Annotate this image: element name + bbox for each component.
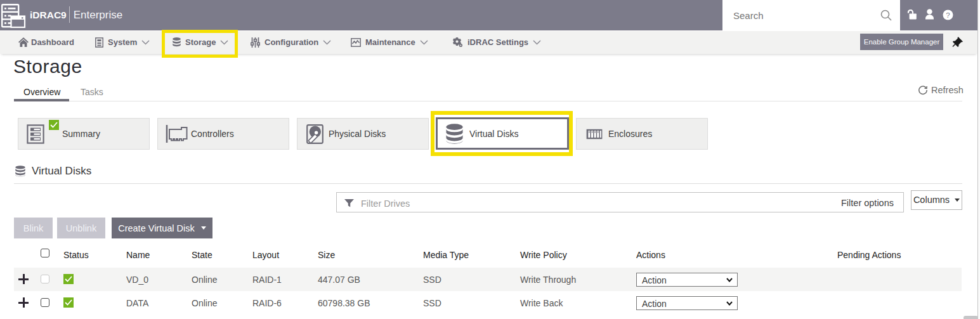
svg-text:?: ?	[946, 11, 950, 19]
